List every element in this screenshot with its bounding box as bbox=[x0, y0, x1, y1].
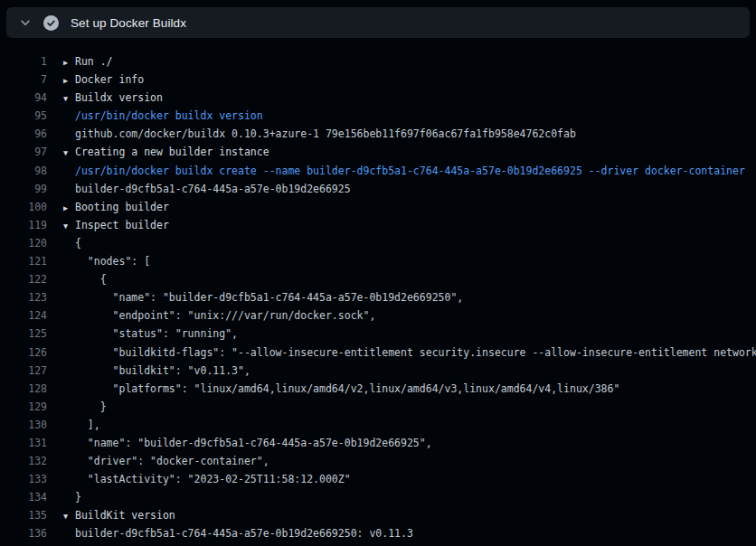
line-number[interactable]: 130 bbox=[7, 416, 47, 434]
step-header[interactable]: Set up Docker Buildx bbox=[6, 7, 750, 38]
line-number[interactable]: 124 bbox=[7, 306, 47, 325]
log-line: 131 "name": "builder-d9cfb5a1-c764-445a-… bbox=[0, 434, 756, 452]
log-line[interactable]: 119 ▼Inspect builder bbox=[0, 216, 756, 234]
group-toggle-arrow-icon[interactable]: ▼ bbox=[63, 144, 75, 161]
log-line: 96 github.com/docker/buildx 0.10.3+azure… bbox=[0, 125, 756, 143]
line-number[interactable]: 123 bbox=[7, 288, 47, 306]
line-number[interactable]: 96 bbox=[7, 125, 47, 143]
line-number[interactable]: 134 bbox=[7, 488, 47, 506]
line-number[interactable]: 119 bbox=[7, 216, 47, 234]
line-number[interactable]: 128 bbox=[7, 380, 47, 398]
log-line: 132 "driver": "docker-container", bbox=[0, 452, 756, 470]
line-number[interactable]: 132 bbox=[7, 452, 47, 470]
log-line-text: } bbox=[75, 491, 81, 504]
log-line-text: /usr/bin/docker buildx create --name bui… bbox=[75, 165, 745, 177]
log-line: 120 { bbox=[0, 234, 756, 252]
log-line: 134 } bbox=[0, 488, 756, 506]
log-line-text: "lastActivity": "2023-02-25T11:58:12.000… bbox=[75, 473, 351, 485]
log-line-text: "name": "builder-d9cfb5a1-c764-445a-a57e… bbox=[75, 437, 432, 449]
log-line-text: ], bbox=[75, 419, 100, 431]
log-lines: 1 ▶Run ./ 7 ▶Docker info 94 ▼Buildx vers… bbox=[0, 38, 756, 543]
check-circle-icon bbox=[43, 15, 59, 31]
log-line-text: BuildKit version bbox=[75, 509, 175, 522]
log-line[interactable]: 1 ▶Run ./ bbox=[0, 52, 756, 71]
log-line-text: github.com/docker/buildx 0.10.3+azure-1 … bbox=[75, 127, 576, 140]
log-line[interactable]: 7 ▶Docker info bbox=[0, 71, 756, 89]
log-line-text: builder-d9cfb5a1-c764-445a-a57e-0b19d2e6… bbox=[75, 527, 413, 540]
group-toggle-arrow-icon[interactable]: ▼ bbox=[63, 217, 75, 234]
line-number[interactable]: 135 bbox=[7, 506, 47, 524]
log-line-text: Inspect builder bbox=[75, 219, 169, 231]
line-number[interactable]: 122 bbox=[7, 270, 47, 288]
line-number[interactable]: 136 bbox=[7, 524, 47, 542]
log-line: 95 /usr/bin/docker buildx version bbox=[0, 107, 756, 125]
line-number[interactable]: 97 bbox=[7, 143, 47, 161]
log-line-text: "status": "running", bbox=[75, 327, 238, 340]
log-line-text: "nodes": [ bbox=[75, 255, 150, 268]
group-toggle-arrow-icon[interactable]: ▶ bbox=[63, 53, 75, 71]
log-line-text: Creating a new builder instance bbox=[75, 146, 269, 158]
line-number[interactable]: 1 bbox=[7, 52, 47, 71]
log-line: 129 } bbox=[0, 398, 756, 416]
group-toggle-arrow-icon[interactable]: ▼ bbox=[63, 507, 75, 524]
log-line: 125 "status": "running", bbox=[0, 325, 756, 343]
log-line[interactable]: 135 ▼BuildKit version bbox=[0, 506, 756, 524]
log-line: 128 "platforms": "linux/amd64,linux/amd6… bbox=[0, 380, 756, 398]
group-toggle-arrow-icon[interactable]: ▶ bbox=[63, 71, 75, 89]
log-line[interactable]: 94 ▼Buildx version bbox=[0, 89, 756, 107]
log-line-text: Docker info bbox=[75, 73, 144, 86]
line-number[interactable]: 121 bbox=[7, 252, 47, 270]
log-line: 121 "nodes": [ bbox=[0, 252, 756, 270]
log-line-text: Run ./ bbox=[75, 55, 113, 68]
log-line: 98 /usr/bin/docker buildx create --name … bbox=[0, 162, 756, 180]
log-line: 130 ], bbox=[0, 416, 756, 434]
line-number[interactable]: 94 bbox=[7, 89, 47, 107]
log-line[interactable]: 100 ▶Booting builder bbox=[0, 198, 756, 216]
log-line-text: "buildkitd-flags": "--allow-insecure-ent… bbox=[75, 346, 756, 359]
line-number[interactable]: 7 bbox=[7, 71, 47, 89]
log-line: 123 "name": "builder-d9cfb5a1-c764-445a-… bbox=[0, 288, 756, 306]
log-line: 127 "buildkit": "v0.11.3", bbox=[0, 362, 756, 380]
log-line-text: } bbox=[75, 400, 107, 413]
log-line-text: { bbox=[75, 273, 107, 286]
log-line-text: Buildx version bbox=[75, 91, 163, 104]
line-number[interactable]: 100 bbox=[7, 198, 47, 216]
step-title: Set up Docker Buildx bbox=[71, 16, 186, 30]
chevron-down-icon[interactable] bbox=[19, 16, 32, 29]
log-line-text: "driver": "docker-container", bbox=[75, 455, 269, 467]
log-line-text: "name": "builder-d9cfb5a1-c764-445a-a57e… bbox=[75, 291, 463, 304]
line-number[interactable]: 133 bbox=[7, 470, 47, 488]
log-line: 122 { bbox=[0, 270, 756, 288]
group-toggle-arrow-icon[interactable]: ▶ bbox=[63, 199, 75, 216]
log-line-text: "platforms": "linux/amd64,linux/amd64/v2… bbox=[75, 382, 619, 395]
log-line-text: /usr/bin/docker buildx version bbox=[75, 109, 263, 122]
log-line: 133 "lastActivity": "2023-02-25T11:58:12… bbox=[0, 470, 756, 488]
line-number[interactable]: 125 bbox=[7, 325, 47, 343]
line-number[interactable]: 127 bbox=[7, 362, 47, 380]
line-number[interactable]: 129 bbox=[7, 398, 47, 416]
log-line: 136 builder-d9cfb5a1-c764-445a-a57e-0b19… bbox=[0, 524, 756, 542]
line-number[interactable]: 99 bbox=[7, 180, 47, 198]
log-line[interactable]: 97 ▼Creating a new builder instance bbox=[0, 143, 756, 161]
log-line: 124 "endpoint": "unix:///var/run/docker.… bbox=[0, 306, 756, 325]
line-number[interactable]: 126 bbox=[7, 344, 47, 362]
log-line: 126 "buildkitd-flags": "--allow-insecure… bbox=[0, 344, 756, 362]
log-line-text: "buildkit": "v0.11.3", bbox=[75, 364, 250, 377]
log-line-text: Booting builder bbox=[75, 201, 169, 213]
line-number[interactable]: 95 bbox=[7, 107, 47, 125]
group-toggle-arrow-icon[interactable]: ▼ bbox=[63, 89, 75, 107]
log-line: 99 builder-d9cfb5a1-c764-445a-a57e-0b19d… bbox=[0, 180, 756, 198]
log-line-text: builder-d9cfb5a1-c764-445a-a57e-0b19d2e6… bbox=[75, 183, 351, 195]
log-line-text: "endpoint": "unix:///var/run/docker.sock… bbox=[75, 309, 375, 322]
line-number[interactable]: 120 bbox=[7, 234, 47, 252]
log-line-text: { bbox=[75, 237, 81, 249]
line-number[interactable]: 98 bbox=[7, 162, 47, 180]
line-number[interactable]: 131 bbox=[7, 434, 47, 452]
